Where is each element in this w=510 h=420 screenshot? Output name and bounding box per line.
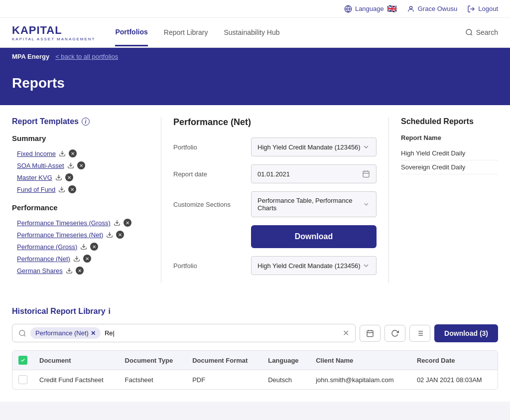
master-kvg-remove-button[interactable]: ✕	[65, 173, 73, 181]
performance-form-title: Performance (Net)	[173, 117, 377, 128]
perf-timeseries-net-link[interactable]: Performance Timeseries (Net)	[17, 231, 103, 239]
list-item[interactable]: High Yield Credit Daily	[401, 146, 498, 160]
portfolio2-row: Portfolio High Yield Credit Mandate (123…	[173, 256, 377, 275]
top-bar: Language 🇬🇧 Grace Owusu Logout	[0, 0, 510, 18]
perf-timeseries-net-download-icon[interactable]	[105, 231, 114, 238]
master-kvg-download-icon[interactable]	[54, 174, 63, 181]
svg-point-19	[19, 330, 25, 336]
scheduled-reports-title: Scheduled Reports	[401, 117, 498, 126]
list-view-button[interactable]	[409, 325, 430, 342]
select-all-checkbox[interactable]	[18, 356, 27, 365]
list-item: Performance (Net) ✕	[12, 253, 149, 265]
fund-of-fund-download-icon[interactable]	[57, 186, 66, 193]
fixed-income-download-icon[interactable]	[58, 150, 67, 157]
nav-portfolios[interactable]: Portfolios	[115, 19, 147, 46]
report-templates-info-icon[interactable]: i	[82, 118, 90, 126]
row-doc-format: PDF	[186, 370, 262, 390]
portfolio-value: High Yield Credit Mandate (123456)	[257, 143, 361, 151]
svg-rect-15	[363, 171, 369, 177]
row-checkbox[interactable]	[18, 375, 27, 384]
download-button[interactable]: Download	[251, 225, 377, 248]
chevron-down-icon-3	[362, 262, 370, 270]
german-shares-link[interactable]: German Shares	[17, 267, 63, 275]
row-doc-type: Factsheet	[119, 370, 187, 390]
soa-download-icon[interactable]	[66, 162, 75, 169]
list-item[interactable]: Sovereign Credit Daily	[401, 160, 498, 174]
search-row: Performance (Net) ✕ ✕ Download (3)	[12, 324, 498, 342]
page-title: Reports	[12, 75, 498, 91]
list-item: Master KVG ✕	[12, 171, 149, 183]
perf-net-remove-button[interactable]: ✕	[83, 255, 91, 263]
row-client-name: john.smith@kapitalam.com	[310, 370, 411, 390]
perf-timeseries-net-remove-button[interactable]: ✕	[116, 231, 124, 239]
fixed-income-link[interactable]: Fixed Income	[17, 150, 56, 157]
portfolio-select[interactable]: High Yield Credit Mandate (123456)	[251, 138, 377, 156]
nav-search[interactable]: Search	[465, 28, 498, 36]
chevron-down-icon	[362, 143, 370, 151]
table-header-checkbox	[12, 351, 33, 370]
main-content: Report Templates i Summary Fixed Income …	[0, 105, 510, 295]
checkmark-icon	[20, 358, 25, 363]
search-bar-icon	[18, 329, 26, 337]
summary-section-title: Summary	[12, 134, 149, 142]
search-tag: Performance (Net) ✕	[30, 327, 101, 339]
master-kvg-link[interactable]: Master KVG	[17, 174, 52, 181]
list-item: Performance Timeseries (Gross) ✕	[12, 217, 149, 229]
svg-line-5	[471, 34, 472, 35]
list-view-icon	[416, 329, 424, 337]
perf-timeseries-gross-link[interactable]: Performance Timeseries (Gross)	[17, 219, 111, 227]
search-clear-icon[interactable]: ✕	[343, 328, 349, 338]
performance-section-title: Performance	[12, 203, 149, 212]
refresh-button[interactable]	[384, 325, 405, 342]
nav-report-library[interactable]: Report Library	[164, 19, 208, 45]
german-shares-download-icon[interactable]	[65, 267, 74, 274]
nav-links: Portfolios Report Library Sustainability…	[115, 19, 465, 46]
list-item: Performance Timeseries (Net) ✕	[12, 229, 149, 241]
language-selector[interactable]: Language 🇬🇧	[344, 4, 397, 13]
perf-gross-download-icon[interactable]	[79, 243, 88, 250]
list-item: SOA Multi-Asset ✕	[12, 159, 149, 171]
col-client-name: Client Name	[310, 351, 411, 370]
german-shares-remove-button[interactable]: ✕	[76, 267, 84, 275]
logo-title: KAPITAL	[12, 24, 95, 37]
user-profile[interactable]: Grace Owusu	[407, 5, 457, 13]
soa-remove-button[interactable]: ✕	[77, 161, 85, 169]
historical-info-icon[interactable]: i	[109, 307, 111, 316]
perf-gross-remove-button[interactable]: ✕	[90, 243, 98, 251]
report-templates-title: Report Templates i	[12, 117, 149, 126]
perf-gross-link[interactable]: Performance (Gross)	[17, 243, 77, 251]
download-count-button[interactable]: Download (3)	[434, 324, 498, 342]
search-tag-remove[interactable]: ✕	[91, 330, 96, 337]
perf-timeseries-gross-download-icon[interactable]	[113, 219, 122, 226]
scheduled-reports-panel: Scheduled Reports Report Name High Yield…	[388, 117, 498, 283]
customize-select[interactable]: Performance Table, Performance Charts	[251, 191, 377, 217]
language-label: Language	[355, 5, 384, 12]
refresh-icon	[391, 329, 399, 337]
portfolio2-label: Portfolio	[173, 262, 243, 270]
list-item: Performance (Gross) ✕	[12, 241, 149, 253]
fund-of-fund-link[interactable]: Fund of Fund	[17, 186, 55, 193]
perf-net-link[interactable]: Performance (Net)	[17, 255, 70, 263]
fixed-income-remove-button[interactable]: ✕	[69, 149, 77, 157]
breadcrumb-back-link[interactable]: < back to all portfolios	[55, 53, 118, 60]
customize-row: Customize Sections Performance Table, Pe…	[173, 191, 377, 217]
report-date-label: Report date	[173, 170, 243, 178]
report-templates-panel: Report Templates i Summary Fixed Income …	[12, 117, 161, 283]
logo: KAPITAL KAPITAL ASSET MANAGEMENT	[12, 24, 95, 41]
portfolio2-select[interactable]: High Yield Credit Mandate (123456)	[251, 256, 377, 275]
perf-timeseries-gross-remove-button[interactable]: ✕	[124, 219, 131, 227]
soa-multi-asset-link[interactable]: SOA Multi-Asset	[17, 162, 64, 169]
perf-net-download-icon[interactable]	[72, 255, 81, 262]
fund-of-fund-remove-button[interactable]: ✕	[68, 185, 76, 193]
search-icon	[465, 28, 473, 36]
logout-button[interactable]: Logout	[467, 5, 498, 13]
calendar-filter-button[interactable]	[360, 325, 381, 342]
row-document: Credit Fund Factsheet	[33, 370, 119, 390]
report-date-input[interactable]: 01.01.2021	[251, 164, 377, 183]
row-record-date: 02 JAN 2021 08:03AM	[411, 370, 498, 390]
svg-rect-21	[367, 330, 373, 336]
nav-sustainability-hub[interactable]: Sustainability Hub	[224, 19, 279, 45]
row-checkbox-cell[interactable]	[12, 370, 33, 390]
search-bar[interactable]: Performance (Net) ✕ ✕	[12, 324, 356, 342]
search-input[interactable]	[105, 329, 339, 337]
